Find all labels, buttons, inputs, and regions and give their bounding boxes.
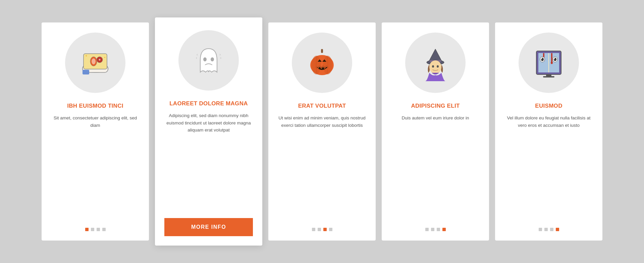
svg-point-35 (541, 58, 542, 59)
dot-3-4 (329, 228, 332, 231)
dot-5-2 (544, 228, 548, 231)
svg-point-10 (211, 57, 214, 61)
ghost-icon (190, 42, 227, 79)
dots-row-4 (425, 228, 446, 231)
dot-5-4 (556, 228, 559, 231)
card-3: ERAT VOLUTPAT Ut wisi enim ad minim veni… (268, 22, 376, 241)
more-info-button[interactable]: MORE INFO (164, 218, 253, 236)
svg-point-36 (554, 58, 555, 59)
horror-screen-icon (530, 44, 567, 81)
svg-rect-26 (549, 53, 559, 72)
card-body-1: Sit amet, consectetuer adipiscing elit, … (51, 114, 140, 219)
card-title-5: EUISMOD (535, 102, 562, 110)
card-4: ADIPISCING ELIT Duis autem vel eum iriur… (382, 22, 489, 241)
cards-container: ✦ ✦ IBH EUISMOD TINCI Sit amet, consecte… (32, 7, 612, 256)
pumpkin-icon (304, 44, 340, 81)
card-body-5: Vel illum dolore eu feugiat nulla facili… (504, 114, 593, 219)
svg-rect-29 (551, 53, 552, 62)
dot-3-2 (318, 228, 321, 231)
svg-point-9 (203, 57, 207, 61)
svg-point-20 (429, 60, 441, 74)
icon-circle-4 (405, 33, 466, 93)
card-body-3: Ut wisi enim ad minim veniam, quis nostr… (278, 114, 366, 219)
dot-1-4 (102, 228, 106, 231)
card-title-4: ADIPISCING ELIT (411, 102, 460, 110)
dot-4-3 (437, 228, 440, 231)
dots-row-3 (312, 228, 332, 231)
icon-circle-5 (519, 33, 579, 93)
card-title-3: ERAT VOLUTPAT (298, 102, 346, 110)
dot-5-1 (539, 228, 542, 231)
card-2: LAOREET DOLORE MAGNA Adipiscing elit, se… (155, 17, 262, 246)
dot-1-2 (91, 228, 94, 231)
card-body-4: Duis autem vel eum iriure dolor in (401, 114, 469, 219)
svg-point-5 (92, 58, 96, 64)
dot-3-3 (323, 228, 327, 231)
candy-hand-icon: ✦ ✦ (77, 44, 114, 81)
icon-circle-2 (178, 30, 239, 91)
svg-point-34 (554, 58, 556, 61)
card-title-2: LAOREET DOLORE MAGNA (169, 100, 248, 107)
icon-circle-3 (292, 33, 352, 93)
dots-row-1 (85, 228, 106, 231)
svg-point-32 (541, 58, 544, 61)
dot-5-3 (550, 228, 553, 231)
dot-4-2 (431, 228, 434, 231)
svg-point-21 (432, 65, 434, 68)
witch-icon (417, 44, 454, 81)
svg-rect-11 (321, 49, 323, 53)
card-title-1: IBH EUISMOD TINCI (67, 102, 123, 110)
dot-4-1 (425, 228, 429, 231)
dot-4-4 (442, 228, 446, 231)
dot-3-1 (312, 228, 315, 231)
dot-1-3 (97, 228, 100, 231)
svg-text:✦: ✦ (104, 56, 106, 59)
svg-text:✦: ✦ (85, 54, 88, 58)
svg-point-22 (437, 65, 439, 68)
dot-1-1 (85, 228, 89, 231)
svg-rect-38 (543, 76, 554, 77)
card-1: ✦ ✦ IBH EUISMOD TINCI Sit amet, consecte… (42, 22, 149, 241)
card-5: EUISMOD Vel illum dolore eu feugiat null… (495, 22, 602, 241)
card-body-2: Adipiscing elit, sed diam nonummy nibh e… (164, 112, 253, 211)
svg-rect-2 (83, 70, 89, 74)
dots-row-5 (539, 228, 559, 231)
svg-point-30 (551, 61, 553, 64)
icon-circle-1: ✦ ✦ (65, 33, 125, 93)
svg-marker-17 (429, 49, 442, 62)
